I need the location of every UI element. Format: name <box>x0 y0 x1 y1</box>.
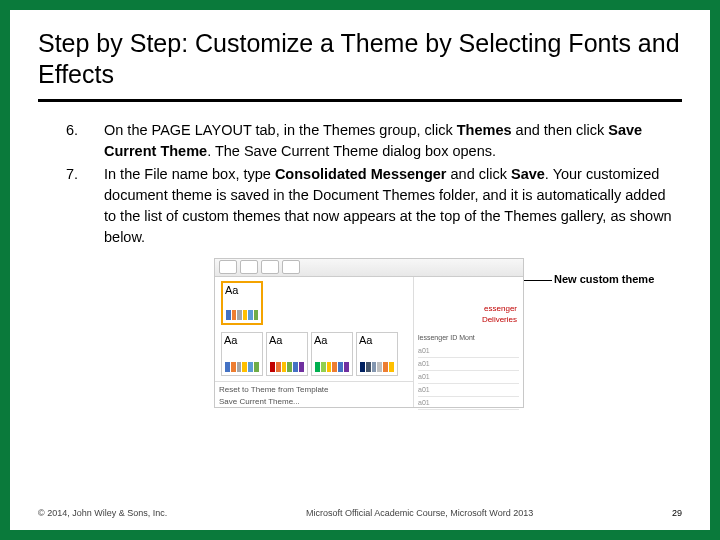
ribbon-bar <box>215 259 523 277</box>
doc-row: a01 <box>418 397 519 410</box>
step-number: 7. <box>66 164 104 248</box>
ribbon-button <box>282 260 300 274</box>
doc-row: a01 <box>418 345 519 358</box>
slide-footer: © 2014, John Wiley & Sons, Inc. Microsof… <box>38 504 682 518</box>
course-name: Microsoft Official Academic Course, Micr… <box>306 508 533 518</box>
callout-label: New custom theme <box>554 272 557 288</box>
ribbon-button <box>240 260 258 274</box>
doc-heading: essenger Deliveries <box>459 303 517 326</box>
slide: Step by Step: Customize a Theme by Selec… <box>10 10 710 530</box>
slide-body: 6. On the PAGE LAYOUT tab, in the Themes… <box>38 102 682 505</box>
themes-gallery-screenshot: Aa Aa Aa Aa Aa Reset to Theme from Templ… <box>214 258 524 408</box>
step-7: 7. In the File name box, type Consolidat… <box>66 164 672 248</box>
doc-table-rows: a01 a01 a01 a01 a01 <box>418 345 519 411</box>
step-text: On the PAGE LAYOUT tab, in the Themes gr… <box>104 120 672 162</box>
step-number: 6. <box>66 120 104 162</box>
theme-thumbnail: Aa <box>311 332 353 376</box>
theme-thumbnail: Aa <box>221 332 263 376</box>
doc-row: a01 <box>418 371 519 384</box>
ribbon-button <box>261 260 279 274</box>
slide-title: Step by Step: Customize a Theme by Selec… <box>38 28 682 91</box>
doc-row: a01 <box>418 358 519 371</box>
document-preview: essenger Deliveries lessenger ID Mont a0… <box>413 277 523 407</box>
doc-table-header: lessenger ID Mont <box>418 333 475 343</box>
doc-row: a01 <box>418 384 519 397</box>
step-text: In the File name box, type Consolidated … <box>104 164 672 248</box>
theme-thumbnail: Aa <box>356 332 398 376</box>
copyright: © 2014, John Wiley & Sons, Inc. <box>38 508 167 518</box>
ribbon-button <box>219 260 237 274</box>
theme-thumbnail-custom: Aa <box>221 281 263 325</box>
theme-thumbnail: Aa <box>266 332 308 376</box>
page-number: 29 <box>672 508 682 518</box>
step-6: 6. On the PAGE LAYOUT tab, in the Themes… <box>66 120 672 162</box>
